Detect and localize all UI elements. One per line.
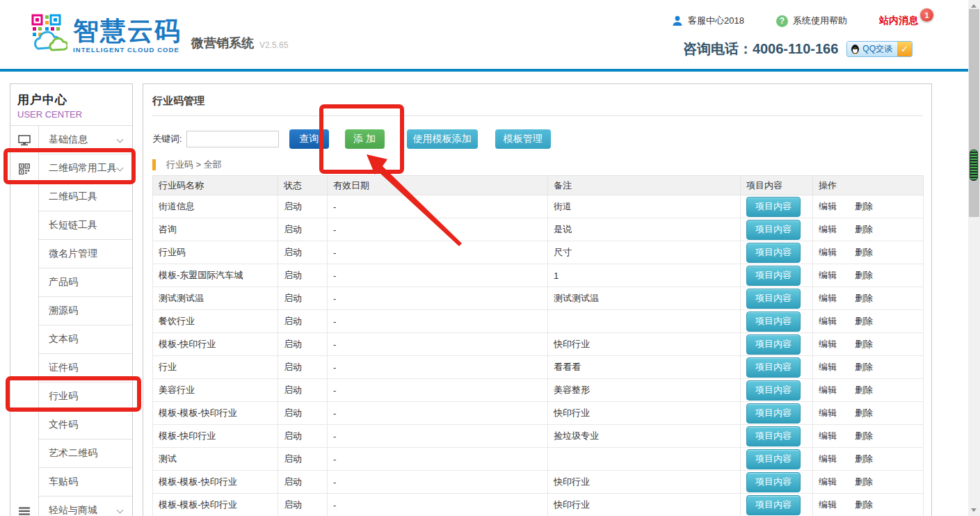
content-button[interactable]: 项目内容: [746, 289, 801, 309]
message-count-badge: 1: [920, 8, 933, 22]
cell-note: 尺寸: [548, 241, 741, 264]
cell-date: -: [328, 195, 548, 218]
cell-status: 启动: [278, 448, 328, 471]
edit-link[interactable]: 编辑: [819, 293, 837, 303]
sidebar-item-certificate-code[interactable]: 证件码: [10, 354, 132, 382]
cell-status: 启动: [278, 494, 328, 516]
delete-link[interactable]: 删除: [855, 499, 873, 510]
sidebar-item-label: 长短链工具: [49, 219, 97, 232]
service-center-link[interactable]: 客服中心2018: [672, 15, 744, 27]
template-add-button[interactable]: 使用模板添加: [407, 129, 478, 149]
delete-link[interactable]: 删除: [855, 385, 873, 395]
cell-note: 是说: [548, 218, 741, 241]
product-name: 微营销系统: [191, 35, 254, 51]
edit-link[interactable]: 编辑: [819, 408, 837, 418]
sidebar-item-file-code[interactable]: 文件码: [10, 411, 132, 440]
delete-link[interactable]: 删除: [855, 316, 873, 326]
sidebar-item-qr-tools[interactable]: 二维码常用工具: [10, 154, 132, 183]
content-button[interactable]: 项目内容: [746, 426, 801, 446]
sidebar-item-label: 二维码工具: [49, 191, 97, 203]
cell-note: [548, 448, 741, 471]
brand-name: 智慧云码: [73, 18, 182, 44]
chevron-down-icon: [117, 165, 124, 172]
delete-link[interactable]: 删除: [855, 476, 873, 487]
keyword-input[interactable]: [186, 131, 279, 147]
edit-link[interactable]: 编辑: [819, 201, 837, 211]
sidebar-item-short-link-tool[interactable]: 长短链工具: [10, 211, 132, 240]
system-help-link[interactable]: ? 系统使用帮助: [776, 15, 847, 27]
cell-note: 捡垃圾专业: [548, 425, 741, 448]
content-button[interactable]: 项目内容: [746, 243, 801, 263]
sidebar-item-label: 基础信息: [49, 134, 88, 146]
content-button[interactable]: 项目内容: [746, 380, 801, 401]
table-row: 模板-模板-快印行业 启动 - 快印行业 项目内容 编辑删除: [153, 402, 924, 425]
delete-link[interactable]: 删除: [855, 201, 873, 211]
edit-link[interactable]: 编辑: [819, 316, 837, 326]
scroll-down-arrow-icon[interactable]: [971, 508, 977, 512]
cell-date: -: [328, 333, 548, 356]
content-button[interactable]: 项目内容: [746, 266, 801, 286]
edit-link[interactable]: 编辑: [819, 453, 837, 464]
content-button[interactable]: 项目内容: [746, 312, 801, 332]
delete-link[interactable]: 删除: [855, 362, 873, 372]
delete-link[interactable]: 删除: [855, 293, 873, 303]
content-button[interactable]: 项目内容: [746, 197, 801, 217]
edit-link[interactable]: 编辑: [819, 339, 837, 349]
sidebar-item-trace-code[interactable]: 溯源码: [10, 297, 132, 325]
scrollbar-thumb[interactable]: [970, 150, 978, 181]
sidebar-item-light-site-mall[interactable]: 轻站与商城: [10, 497, 132, 516]
table-row: 模板-东盟国际汽车城 启动 - 1 项目内容 编辑删除: [153, 264, 924, 287]
sidebar-item-basic-info[interactable]: 基础信息: [10, 126, 132, 154]
edit-link[interactable]: 编辑: [819, 385, 837, 395]
sidebar-item-industry-code[interactable]: 行业码: [10, 382, 132, 411]
sidebar-item-art-qr[interactable]: 艺术二维码: [10, 440, 132, 468]
edit-link[interactable]: 编辑: [819, 247, 837, 257]
sidebar-item-product-code[interactable]: 产品码: [10, 268, 132, 297]
edit-link[interactable]: 编辑: [819, 224, 837, 234]
cell-status: 启动: [278, 264, 328, 287]
add-button[interactable]: 添 加: [345, 129, 385, 149]
content-button[interactable]: 项目内容: [746, 472, 801, 492]
delete-link[interactable]: 删除: [855, 247, 873, 257]
qq-chat-button[interactable]: QQ交谈 ✓: [846, 41, 913, 57]
cell-status: 启动: [278, 195, 328, 218]
query-button[interactable]: 查询: [289, 129, 329, 149]
content-button[interactable]: 项目内容: [746, 334, 801, 355]
sidebar-title: 用户中心: [17, 92, 132, 108]
sidebar-item-qr-tool[interactable]: 二维码工具: [10, 183, 132, 211]
site-messages-label: 站内消息: [879, 15, 918, 26]
delete-link[interactable]: 删除: [855, 339, 873, 349]
cell-name: 模板-快印行业: [153, 425, 278, 448]
cell-status: 启动: [278, 287, 328, 310]
template-manage-button[interactable]: 模板管理: [495, 129, 551, 149]
cell-status: 启动: [278, 379, 328, 402]
edit-link[interactable]: 编辑: [819, 476, 837, 487]
edit-link[interactable]: 编辑: [819, 499, 837, 510]
content-button[interactable]: 项目内容: [746, 220, 801, 240]
edit-link[interactable]: 编辑: [819, 270, 837, 280]
delete-link[interactable]: 删除: [855, 408, 873, 418]
edit-link[interactable]: 编辑: [819, 362, 837, 372]
header-contact: 咨询电话：4006-110-166 QQ交谈 ✓: [683, 40, 913, 58]
scrollbar-track[interactable]: [969, 9, 979, 217]
table-row: 街道信息 启动 - 街道 项目内容 编辑删除: [153, 195, 924, 218]
sidebar-item-micro-card[interactable]: 微名片管理: [10, 240, 132, 268]
delete-link[interactable]: 删除: [855, 270, 873, 280]
content-button[interactable]: 项目内容: [746, 449, 801, 469]
cell-name: 测试测试温: [153, 287, 278, 310]
sidebar-item-text-code[interactable]: 文本码: [10, 325, 132, 354]
vertical-scrollbar[interactable]: [968, 0, 980, 516]
content-button[interactable]: 项目内容: [746, 403, 801, 424]
edit-link[interactable]: 编辑: [819, 430, 837, 441]
scroll-up-arrow-icon[interactable]: [971, 4, 977, 8]
delete-link[interactable]: 删除: [855, 224, 873, 234]
table-row: 行业码 启动 - 尺寸 项目内容 编辑删除: [153, 241, 924, 264]
content-button[interactable]: 项目内容: [746, 357, 801, 378]
delete-link[interactable]: 删除: [855, 430, 873, 441]
delete-link[interactable]: 删除: [855, 453, 873, 464]
site-messages-link[interactable]: 站内消息 1: [879, 15, 918, 27]
keyword-label: 关键词:: [152, 133, 182, 145]
sidebar-item-car-sticker[interactable]: 车贴码: [10, 468, 132, 497]
cell-name: 测试: [153, 448, 278, 471]
content-button[interactable]: 项目内容: [746, 495, 801, 515]
